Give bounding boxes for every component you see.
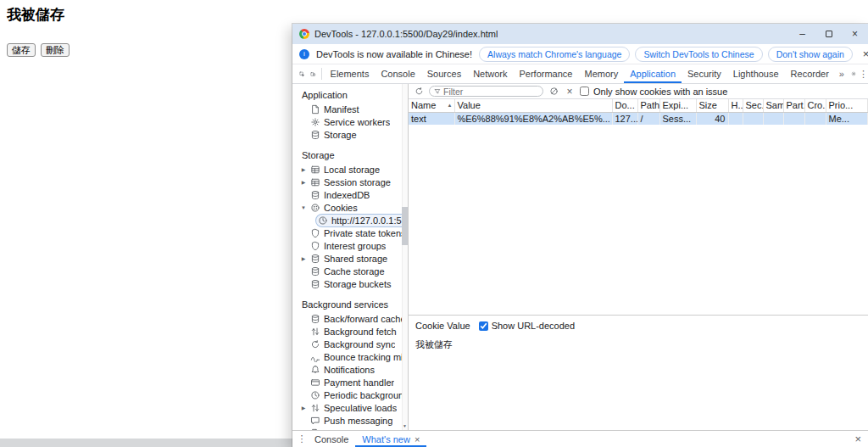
delete-button[interactable]: 刪除 — [41, 43, 70, 57]
sidebar-scroll-down-icon[interactable]: ▼ — [402, 423, 408, 428]
sidebar-item-cookies[interactable]: ▼Cookies — [292, 201, 408, 214]
sidebar-item-shared-storage[interactable]: ▶Shared storage — [292, 252, 408, 265]
sidebar-item-label: Background sync — [324, 339, 395, 349]
tab-application[interactable]: Application — [624, 64, 682, 83]
sidebar-item-indexeddb[interactable]: IndexedDB — [292, 188, 408, 201]
sidebar-item-interest-groups[interactable]: Interest groups — [292, 239, 408, 252]
column-header-cro[interactable]: Cro... — [804, 99, 826, 112]
only-issues-label: Only show cookies with an issue — [593, 87, 727, 97]
close-whatsnew-icon[interactable]: × — [415, 434, 420, 444]
column-header-part[interactable]: Part... — [783, 99, 804, 112]
tree-collapsed-arrow-icon[interactable]: ▶ — [298, 166, 309, 172]
show-url-decoded-checkbox[interactable] — [479, 321, 488, 331]
tab-sources[interactable]: Sources — [421, 64, 467, 83]
table-icon — [310, 165, 320, 175]
filter-input[interactable] — [443, 87, 538, 96]
clear-all-cookies-icon[interactable] — [548, 86, 559, 98]
sidebar-item-periodic-backgroun[interactable]: Periodic backgroun... — [292, 388, 408, 401]
column-header-path[interactable]: Path — [637, 99, 659, 112]
column-header-value[interactable]: Value — [454, 99, 612, 112]
sidebar-item-label: Cookies — [324, 203, 358, 213]
sidebar-section-storage[interactable]: Storage — [292, 148, 408, 163]
table-icon — [310, 177, 320, 187]
sidebar-item-reporting-api[interactable]: Reporting API — [292, 427, 408, 430]
devtools-menu-icon[interactable]: ⋮ — [859, 69, 868, 80]
sidebar-item-payment-handler[interactable]: Payment handler — [292, 376, 408, 388]
save-button[interactable]: 儲存 — [7, 43, 36, 57]
cookie-cell: Me... — [826, 112, 868, 125]
sidebar-item-background-fetch[interactable]: Background fetch — [292, 325, 408, 338]
minimize-button[interactable]: – — [789, 24, 815, 44]
cookie-cell: 127.... — [612, 112, 637, 125]
tab-console[interactable]: Console — [375, 64, 420, 83]
cookie-cell: / — [637, 112, 659, 125]
column-header-size[interactable]: Size — [696, 99, 728, 112]
filter-box[interactable] — [429, 86, 543, 97]
tab-network[interactable]: Network — [467, 64, 513, 83]
tab-performance[interactable]: Performance — [513, 64, 578, 83]
sidebar-item-speculative-loads[interactable]: ▶Speculative loads — [292, 401, 408, 414]
close-window-button[interactable]: × — [842, 24, 868, 44]
cookie-icon — [310, 203, 320, 213]
sidebar-item-session-storage[interactable]: ▶Session storage — [292, 176, 408, 188]
sidebar-section-application[interactable]: Application — [292, 87, 408, 103]
delete-selected-icon[interactable]: × — [564, 86, 576, 98]
sidebar-item-http-127-0-0-1-5[interactable]: http://127.0.0.1:5... — [292, 214, 408, 226]
drawer-menu-icon[interactable]: ⋮ — [296, 433, 308, 444]
tree-collapsed-arrow-icon[interactable]: ▶ — [298, 405, 309, 411]
devtools-body: ApplicationManifestService workersStorag… — [292, 84, 868, 430]
sidebar-item-background-sync[interactable]: Background sync — [292, 338, 408, 350]
device-toolbar-icon[interactable] — [308, 65, 320, 82]
column-header-expi[interactable]: Expi... — [659, 99, 696, 112]
sidebar-item-push-messaging[interactable]: Push messaging — [292, 414, 408, 427]
updown-icon — [310, 403, 320, 413]
infobar-action-don-t-show-again[interactable]: Don't show again — [768, 47, 853, 62]
only-issues-checkbox[interactable] — [580, 87, 589, 96]
column-header-sam[interactable]: Sam... — [763, 99, 783, 112]
infobar-close-button[interactable]: × — [860, 47, 868, 60]
settings-gear-icon[interactable] — [849, 66, 859, 81]
sidebar-item-local-storage[interactable]: ▶Local storage — [292, 163, 408, 176]
tree-collapsed-arrow-icon[interactable]: ▶ — [298, 179, 309, 185]
column-header-prio[interactable]: Prio... — [826, 99, 868, 112]
sidebar-item-back-forward-cache[interactable]: Back/forward cache — [292, 312, 408, 325]
drawer-tab-console[interactable]: Console — [308, 431, 355, 447]
tree-collapsed-arrow-icon[interactable]: ▶ — [298, 255, 309, 261]
infobar-action-always-match-chrome-s-language[interactable]: Always match Chrome's language — [479, 47, 630, 62]
column-header-do[interactable]: Do... — [612, 99, 637, 112]
more-tabs-button[interactable]: » — [835, 69, 849, 79]
sidebar-item-notifications[interactable]: Notifications — [292, 363, 408, 376]
column-header-h[interactable]: H... — [728, 99, 743, 112]
url-decoded-toggle[interactable]: Show URL-decoded — [479, 321, 575, 331]
devtools-titlebar[interactable]: DevTools - 127.0.0.1:5500/Day29/index.ht… — [292, 24, 868, 44]
sidebar-item-private-state-tokens[interactable]: Private state tokens — [292, 226, 408, 239]
sidebar-scrollbar[interactable]: ▼ — [402, 84, 408, 430]
sidebar-item-cache-storage[interactable]: Cache storage — [292, 265, 408, 277]
tree-expanded-arrow-icon[interactable]: ▼ — [298, 205, 309, 210]
tab-elements[interactable]: Elements — [325, 64, 376, 83]
tab-lighthouse[interactable]: Lighthouse — [727, 64, 785, 83]
refresh-icon[interactable] — [413, 86, 425, 98]
sidebar-section-background-services[interactable]: Background services — [292, 297, 408, 312]
cookie-value-label: Cookie Value — [415, 321, 470, 331]
sidebar-item-storage[interactable]: Storage — [292, 128, 408, 141]
tab-recorder[interactable]: Recorder — [785, 64, 835, 83]
shield-icon — [310, 241, 320, 251]
tab-security[interactable]: Security — [682, 64, 727, 83]
inspect-element-icon[interactable] — [296, 65, 308, 82]
sidebar-item-bounce-tracking-mit[interactable]: Bounce tracking mit... — [292, 350, 408, 363]
maximize-button[interactable] — [815, 24, 842, 44]
column-header-sec[interactable]: Sec... — [743, 99, 763, 112]
drawer-tab-whats-new[interactable]: What's new × — [355, 431, 426, 447]
column-header-name[interactable]: Name▲ — [409, 99, 454, 112]
tab-memory[interactable]: Memory — [578, 64, 624, 83]
close-drawer-button[interactable]: × — [851, 433, 865, 445]
bell-icon — [310, 365, 320, 375]
sidebar-item-storage-buckets[interactable]: Storage buckets — [292, 277, 408, 290]
cookie-row[interactable]: text%E6%88%91%E8%A2%AB%E5%...127..../Ses… — [409, 112, 868, 125]
sidebar-item-label: Back/forward cache — [324, 314, 403, 324]
infobar-action-switch-devtools-to-chinese[interactable]: Switch DevTools to Chinese — [635, 47, 762, 62]
sidebar-item-service-workers[interactable]: Service workers — [292, 115, 408, 128]
scrollbar-thumb[interactable] — [402, 207, 408, 245]
sidebar-item-manifest[interactable]: Manifest — [292, 103, 408, 115]
